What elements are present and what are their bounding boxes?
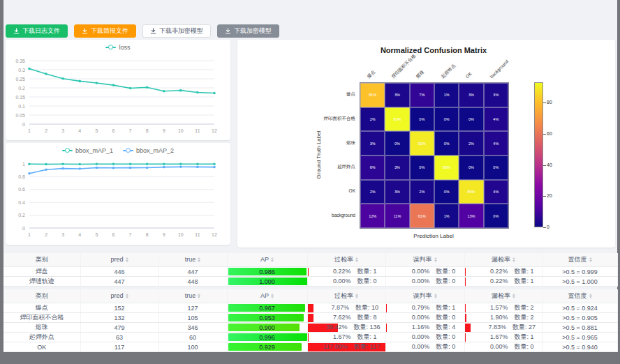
column-header[interactable]: 漏检率 [464,289,542,303]
overkill-rate-cell: 39.42%数量: 136 [307,323,385,333]
svg-text:11: 11 [195,128,200,133]
column-header[interactable]: true [158,289,227,303]
loss-chart-legend: loss [6,44,230,51]
line-series-marker-icon [105,45,116,50]
button-label: 下载日志文件 [22,26,60,36]
column-header[interactable]: 误判率 [385,289,464,303]
download-icon [225,28,231,34]
download-unencrypted-model-button[interactable]: 下载非加密模型 [142,24,211,38]
column-header: 类别 [3,253,80,267]
ap-cell: 0.986 [227,267,307,277]
matrix-cell: 3% [385,180,409,204]
download-icon [82,28,88,34]
table-row: 爆点1521270.9677.87%数量: 100.79%数量: 11.57%数… [3,303,617,313]
svg-text:0: 0 [22,226,25,231]
column-header[interactable]: pred [80,253,158,267]
matrix-cell: 3% [385,156,409,180]
true-cell: 346 [158,323,227,333]
legend-item[interactable]: bbox_mAP_1 [62,147,113,154]
true-cell: 127 [158,303,227,313]
matrix-cell: 1% [434,204,459,228]
matrix-cell: 93% [385,107,409,132]
svg-text:10: 10 [178,232,184,237]
sort-icon[interactable] [126,256,128,264]
download-log-button[interactable]: 下载日志文件 [6,24,68,38]
svg-text:0.1: 0.1 [18,104,25,109]
matrix-cell: 2% [360,180,385,204]
rate-bar [465,333,466,342]
colorbar-tick [543,196,546,197]
button-label: 下载非加密模型 [159,26,203,36]
sort-icon[interactable] [198,292,200,300]
download-brief-button[interactable]: 下载简报文件 [74,24,136,38]
column-header[interactable]: 漏检率 [464,253,542,267]
colorbar-tick [543,165,546,166]
ap-cell: 0.953 [227,313,307,323]
matrix-column-label: 爆点 [366,69,376,79]
rate-bar [465,324,471,332]
sort-icon[interactable] [198,256,200,264]
column-header[interactable]: 过检率 [307,289,385,303]
svg-text:4: 4 [78,128,81,133]
column-header[interactable]: 置信度 [542,253,617,267]
column-header[interactable]: 置信度 [542,289,617,303]
miss-rate-cell: 0.22%数量: 1 [464,267,542,277]
matrix-cell: 7% [410,83,434,107]
rate-bar [308,304,314,312]
legend-label: bbox_mAP_2 [136,147,174,154]
overkill-rate-cell: 117.00%数量: 117 [307,342,385,352]
overkill-rate-cell: 1.67%数量: 1 [307,333,385,342]
pred-cell: 117 [80,342,158,352]
legend-item[interactable]: bbox_mAP_2 [123,147,174,154]
category-cell: 焊盘 [3,267,80,277]
pred-cell: 132 [80,313,158,323]
map-line-chart: 00.20.40.60.81123456789101112 [6,143,230,245]
rate-bar [465,278,466,286]
column-header[interactable]: AP [227,253,307,267]
column-header[interactable]: 误判率 [385,253,464,267]
svg-text:12: 12 [212,232,217,237]
svg-text:6: 6 [112,232,115,237]
sort-icon[interactable] [434,292,437,300]
column-header[interactable]: AP [227,289,307,303]
ap-cell: 0.967 [227,303,307,313]
loss-line-chart: 00.050.10.150.20.250.30.3512345678910111… [6,40,230,140]
sort-icon[interactable] [271,256,274,264]
download-encrypted-model-button[interactable]: 下载加密模型 [217,24,279,38]
svg-text:7: 7 [129,128,132,133]
confidence-cell: >0.5 = 0.905 [542,313,617,323]
matrix-cell: 12% [360,204,385,228]
matrix-column-label: 焊印面积不合格 [390,53,417,79]
sort-icon[interactable] [126,292,128,300]
column-header[interactable]: 过检率 [307,253,385,267]
sort-icon[interactable] [355,292,358,300]
pred-cell: 447 [80,277,158,287]
svg-text:0.4: 0.4 [18,200,25,205]
sort-icon[interactable] [589,256,592,264]
column-header: 类别 [3,289,80,303]
confusion-matrix-title: Normalized Confusion Matrix [360,46,508,54]
sort-icon[interactable] [271,292,274,300]
svg-text:6: 6 [112,128,115,133]
sort-icon[interactable] [512,292,515,300]
sort-icon[interactable] [589,292,592,300]
true-cell: 447 [158,267,227,277]
rate-bar [308,314,313,322]
matrix-cell: 81% [360,83,385,107]
matrix-cell: 0% [484,204,508,228]
matrix-cell: 0% [434,107,459,132]
ap-cell: 0.929 [227,342,307,352]
column-header[interactable]: pred [80,289,158,303]
rate-bar [465,304,466,312]
svg-text:0.2: 0.2 [18,86,25,91]
overkill-rate-cell: 7.62%数量: 8 [307,313,385,323]
sort-icon[interactable] [434,256,437,264]
legend-item[interactable]: loss [105,44,130,51]
category-cell: 爆点 [3,303,80,313]
column-header[interactable]: true [158,253,227,267]
matrix-cell: 89% [459,180,483,204]
sort-icon[interactable] [355,256,358,264]
svg-text:0.25: 0.25 [15,77,25,82]
sort-icon[interactable] [512,256,515,264]
matrix-cell: 3% [459,83,483,107]
